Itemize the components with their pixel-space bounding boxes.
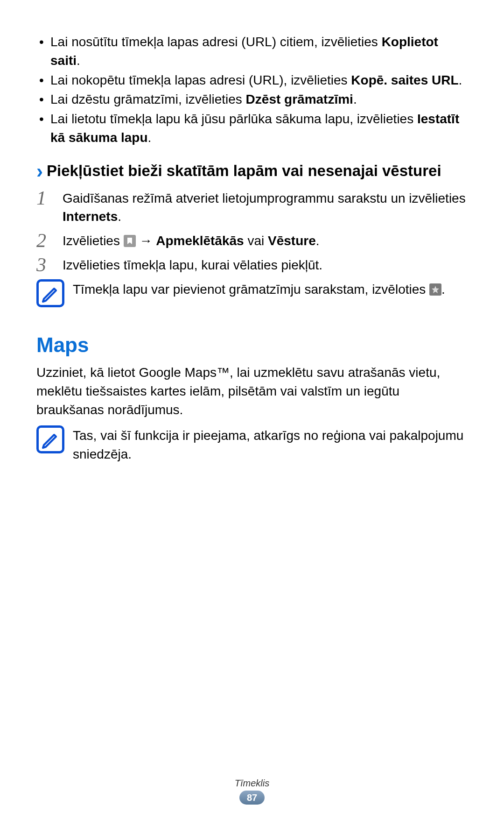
step-text-bold: Internets: [63, 209, 118, 224]
note-text: Tas, vai šī funkcija ir pieejama, atkarī…: [73, 425, 468, 464]
step-text-pre: Izvēlieties: [63, 233, 124, 248]
chevron-right-icon: ›: [36, 161, 43, 182]
step-text-pre: Gaidīšanas režīmā atveriet lietojumprogr…: [63, 191, 466, 205]
bullet-text-pre: Lai nokopētu tīmekļa lapas adresi (URL),…: [50, 73, 351, 87]
section-heading: › Piekļūstiet bieži skatītām lapām vai n…: [36, 161, 468, 182]
step-text-post: .: [118, 209, 121, 224]
maps-paragraph: Uzziniet, kā lietot Google Maps™, lai uz…: [36, 363, 468, 419]
step-number: 2: [36, 230, 63, 250]
step-row: 3 Izvēlieties tīmekļa lapu, kurai vēlati…: [36, 254, 468, 275]
bullet-text-pre: Lai lietotu tīmekļa lapu kā jūsu pārlūka…: [50, 112, 417, 126]
bullet-text-pre: Lai nosūtītu tīmekļa lapas adresi (URL) …: [50, 35, 382, 49]
arrow-text: →: [136, 233, 156, 248]
step-text-bold: Apmeklētākās: [156, 233, 244, 248]
bullet-text-pre: Lai dzēstu grāmatzīmi, izvēlieties: [50, 92, 246, 106]
note-text-post: .: [441, 282, 445, 297]
step-text-bold: Vēsture: [268, 233, 316, 248]
step-text-mid: vai: [244, 233, 268, 248]
note-icon: [36, 425, 64, 453]
bullet-item: Lai lietotu tīmekļa lapu kā jūsu pārlūka…: [36, 110, 468, 147]
note-row: Tas, vai šī funkcija ir pieejama, atkarī…: [36, 425, 468, 464]
bullet-item: Lai nosūtītu tīmekļa lapas adresi (URL) …: [36, 33, 468, 70]
bullet-list: Lai nosūtītu tīmekļa lapas adresi (URL) …: [36, 33, 468, 147]
bullet-text-bold: Kopē. saites URL: [351, 73, 458, 87]
star-icon: [429, 283, 441, 296]
step-row: 2 Izvēlieties → Apmeklētākās vai Vēsture…: [36, 230, 468, 250]
bullet-item: Lai dzēstu grāmatzīmi, izvēlieties Dzēst…: [36, 90, 468, 109]
step-number: 1: [36, 187, 63, 208]
step-text: Izvēlieties tīmekļa lapu, kurai vēlaties…: [63, 254, 322, 275]
step-text-post: .: [316, 233, 320, 248]
note-icon: [36, 279, 64, 307]
bullet-text-post: .: [148, 130, 152, 145]
note-text-pre: Tīmekļa lapu var pievienot grāmatzīmju s…: [73, 282, 429, 297]
page-footer: Tīmeklis 87: [0, 778, 504, 805]
note-text: Tīmekļa lapu var pievienot grāmatzīmju s…: [73, 279, 445, 299]
footer-section-label: Tīmeklis: [0, 778, 504, 789]
maps-title: Maps: [36, 333, 468, 357]
bullet-text-post: .: [353, 92, 357, 106]
page-number: 87: [239, 791, 265, 805]
bullet-text-post: .: [459, 73, 462, 87]
bookmark-icon: [124, 235, 136, 247]
heading-text: Piekļūstiet bieži skatītām lapām vai nes…: [47, 161, 441, 180]
step-row: 1 Gaidīšanas režīmā atveriet lietojumpro…: [36, 187, 468, 226]
bullet-text-bold: Dzēst grāmatzīmi: [246, 92, 353, 106]
step-text: Izvēlieties → Apmeklētākās vai Vēsture.: [63, 230, 319, 250]
step-text: Gaidīšanas režīmā atveriet lietojumprogr…: [63, 187, 468, 226]
page-content: Lai nosūtītu tīmekļa lapas adresi (URL) …: [0, 0, 504, 464]
bullet-item: Lai nokopētu tīmekļa lapas adresi (URL),…: [36, 71, 468, 90]
bullet-text-post: .: [77, 53, 80, 68]
note-row: Tīmekļa lapu var pievienot grāmatzīmju s…: [36, 279, 468, 307]
step-number: 3: [36, 254, 63, 275]
